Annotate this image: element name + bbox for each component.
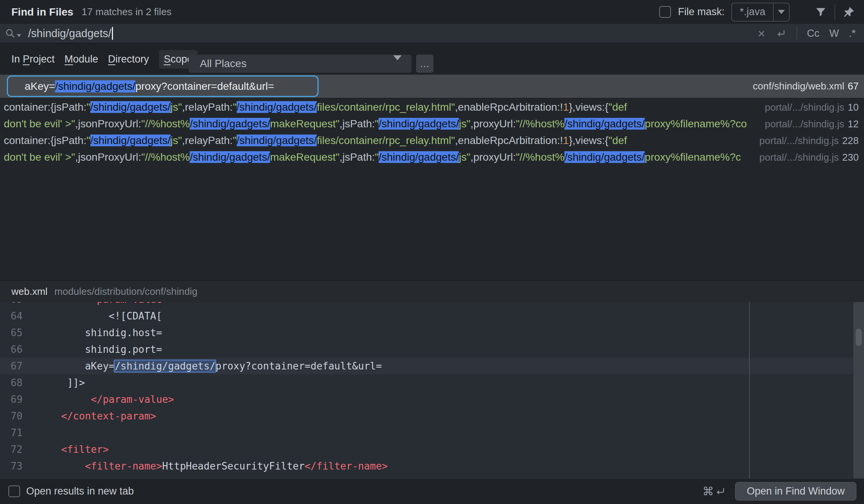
code-line[interactable]: 64 <![CDATA[ [0, 308, 853, 324]
header-controls: File mask: *.java [659, 3, 864, 22]
code-line[interactable]: 72 <filter> [0, 441, 853, 458]
result-file-label: portal/.../shindig.js228 [755, 135, 864, 147]
code-line[interactable]: 63 <param-value> [0, 302, 853, 308]
file-mask-dropdown-arrow-icon[interactable] [774, 10, 789, 14]
match-text: /shindig/gadgets/ [90, 135, 171, 146]
dialog-header: Find in Files 17 matches in 2 files File… [0, 0, 864, 24]
editor-match-box: /shindig/gadgets/ [114, 360, 216, 373]
line-number: 73 [0, 458, 49, 474]
file-mask-label: File mask: [678, 6, 724, 18]
match-text: /shindig/gadgets/ [379, 118, 459, 130]
page-title: Find in Files [11, 6, 73, 18]
preview-file-name: web.xml [11, 286, 47, 297]
match-text: /shindig/gadgets/ [190, 151, 270, 163]
code-line[interactable]: 68 ]]> [0, 374, 853, 391]
shortcut-hint: ⌘ [702, 485, 725, 498]
filter-icon[interactable] [814, 5, 828, 19]
match-text: /shindig/gadgets/ [564, 118, 645, 130]
scrollbar-thumb[interactable] [856, 329, 862, 346]
pin-icon[interactable] [842, 5, 856, 19]
line-number: 67 [0, 358, 49, 374]
line-number: 65 [0, 324, 49, 341]
code-line[interactable]: 66 shindig.port= [0, 341, 853, 358]
text-caret [112, 27, 113, 40]
result-row[interactable]: container:{jsPath:"/shindig/gadgets/js",… [0, 132, 864, 149]
scope-tab-in-project[interactable]: In Project [11, 53, 55, 65]
match-case-toggle[interactable]: Cc [807, 28, 820, 39]
search-icon[interactable] [5, 28, 21, 39]
code-editor[interactable]: 63 <param-value>64 <![CDATA[65 shindig.h… [0, 302, 864, 478]
result-row[interactable]: don't be evil' >",jsonProxyUrl:"//%host%… [0, 149, 864, 166]
preview-file-path: modules/distribution/conf/shindig [54, 286, 197, 297]
file-mask-value: *.java [732, 6, 773, 18]
line-number: 66 [0, 341, 49, 358]
selected-result-box[interactable]: aKey=/shindig/gadgets/proxy?container=de… [7, 75, 319, 97]
scope-select-value: All Places [200, 58, 247, 70]
match-text: /shindig/gadgets/ [237, 101, 317, 113]
clear-search-icon[interactable]: × [758, 27, 765, 40]
insert-newline-icon[interactable] [775, 28, 787, 39]
whole-words-toggle[interactable]: W [829, 28, 839, 39]
scope-row: In ProjectModuleDirectoryScope All Place… [0, 44, 864, 75]
scope-tab-module[interactable]: Module [64, 53, 98, 65]
scope-more-button[interactable]: ... [416, 55, 434, 73]
line-number: 71 [0, 424, 49, 441]
result-file-label: portal/.../shindig.js12 [760, 118, 864, 130]
line-number: 63 [0, 302, 49, 308]
regex-toggle[interactable]: .* [849, 28, 856, 39]
match-summary: 17 matches in 2 files [82, 6, 171, 18]
scope-select-arrow-icon [393, 60, 402, 67]
open-results-checkbox[interactable] [8, 485, 20, 497]
line-number: 70 [0, 408, 49, 424]
code-lines: 63 <param-value>64 <![CDATA[65 shindig.h… [0, 302, 853, 474]
return-icon [715, 487, 725, 496]
code-line[interactable]: 67 aKey=/shindig/gadgets/proxy?container… [0, 358, 853, 374]
match-text: /shindig/gadgets/ [564, 151, 645, 163]
result-row[interactable]: don't be evil' >",jsonProxyUrl:"//%host%… [0, 116, 864, 132]
result-row-selected[interactable]: aKey=/shindig/gadgets/proxy?container=de… [0, 75, 864, 98]
match-text: /shindig/gadgets/ [379, 151, 459, 163]
preview-header: web.xml modules/distribution/conf/shindi… [0, 280, 864, 302]
search-history-arrow-icon [17, 34, 21, 37]
search-bar: /shindig/gadgets/ × Cc W .* [0, 24, 864, 44]
code-line[interactable]: 69 </param-value> [0, 391, 853, 408]
code-line[interactable]: 70 </context-param> [0, 408, 853, 424]
scope-tabs: In ProjectModuleDirectoryScope [11, 44, 198, 75]
result-row[interactable]: container:{jsPath:"/shindig/gadgets/js",… [0, 99, 864, 116]
match-text: /shindig/gadgets/ [237, 135, 317, 146]
match-text: /shindig/gadgets/ [190, 118, 270, 130]
result-file-label: portal/.../shindig.js230 [755, 152, 864, 163]
line-number: 64 [0, 308, 49, 324]
code-line[interactable]: 65 shindig.host= [0, 324, 853, 341]
file-mask-checkbox[interactable] [659, 6, 671, 18]
result-file-label: conf/shindig/web.xml67 [748, 75, 864, 98]
footer-bar: Open results in new tab ⌘ Open in Find W… [0, 478, 864, 504]
wrap-guide [749, 302, 750, 478]
match-text: /shindig/gadgets/ [55, 80, 135, 92]
find-in-files-dialog: Find in Files 17 matches in 2 files File… [0, 0, 864, 504]
editor-scrollbar[interactable] [853, 302, 864, 478]
match-text: /shindig/gadgets/ [90, 101, 171, 113]
search-input[interactable]: /shindig/gadgets/ [28, 27, 111, 40]
line-number: 72 [0, 441, 49, 458]
code-line[interactable]: 71 [0, 424, 853, 441]
result-file-label: portal/.../shindig.js10 [760, 102, 864, 113]
open-in-find-window-button[interactable]: Open in Find Window [735, 482, 856, 501]
results-list: aKey=/shindig/gadgets/proxy?container=de… [0, 75, 864, 280]
scope-select[interactable]: All Places [189, 55, 412, 73]
scope-tab-directory[interactable]: Directory [108, 53, 149, 65]
code-line[interactable]: 73 <filter-name>HttpHeaderSecurityFilter… [0, 458, 853, 474]
line-number: 69 [0, 391, 49, 408]
open-results-label: Open results in new tab [26, 485, 134, 497]
cmd-icon: ⌘ [702, 485, 714, 498]
line-number: 68 [0, 374, 49, 391]
file-mask-combo[interactable]: *.java [731, 3, 790, 22]
